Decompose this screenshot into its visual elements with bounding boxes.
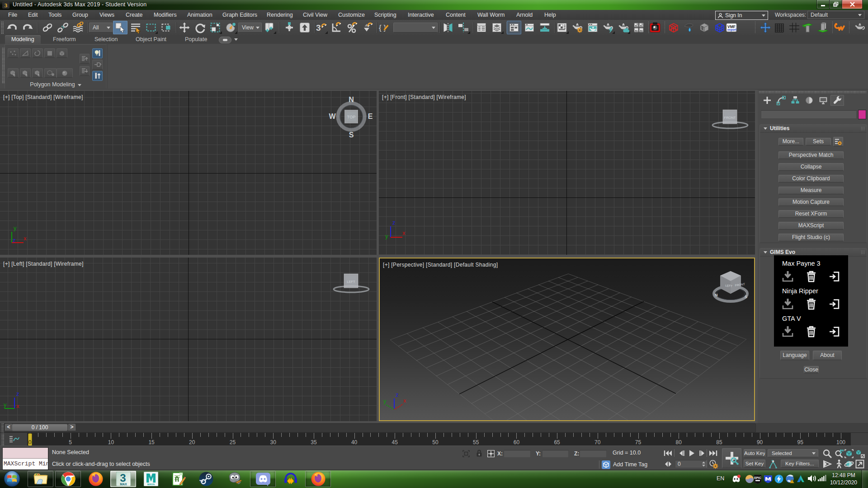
ribbon-collapse-button[interactable] [219, 37, 231, 43]
signin-box[interactable]: Sign In [715, 11, 768, 20]
select-and-move-button[interactable] [177, 21, 192, 34]
utility-flight-studio-c--button[interactable]: Flight Studio (c) [778, 234, 844, 241]
modify-mode-button-3[interactable] [32, 68, 43, 78]
state-recorder-button[interactable] [648, 21, 662, 34]
menu-file[interactable]: File [4, 10, 22, 20]
wallworm-move-button[interactable] [758, 21, 773, 34]
utility-measure-button[interactable]: Measure [778, 187, 844, 194]
wallworm-displacement-button[interactable] [697, 21, 712, 34]
tray-network[interactable] [817, 474, 826, 482]
about-button[interactable]: About [813, 351, 842, 360]
undo-button[interactable] [5, 21, 19, 34]
utility-reset-xform-button[interactable]: Reset XForm [778, 210, 844, 218]
taskbar-steam[interactable] [193, 471, 219, 487]
unlink-selection-button[interactable] [56, 21, 70, 34]
select-object-button[interactable] [113, 21, 127, 34]
utility-color-clipboard-button[interactable]: Color Clipboard [778, 175, 844, 183]
viewcube-compass[interactable]: TOPNSWE [329, 94, 374, 139]
rectangular-selection-region-button[interactable] [144, 21, 158, 34]
teapot-button[interactable] [852, 21, 867, 34]
collapse-stack-up-button[interactable] [80, 54, 90, 64]
utility-sets-config-button[interactable] [833, 137, 843, 146]
previous-frame-step-button[interactable] [676, 449, 686, 457]
taskbar-gimp[interactable] [222, 471, 247, 487]
orbit-button[interactable] [844, 459, 854, 469]
key-filters-button[interactable]: Key Filters... [781, 460, 819, 468]
tab-create[interactable] [760, 95, 774, 106]
coord-z-field[interactable] [580, 450, 607, 458]
taskbar-maya[interactable]: MAYA [138, 471, 164, 487]
language-button[interactable]: Language [780, 351, 809, 360]
next-frame-step-button[interactable] [698, 449, 708, 457]
viewcube-left[interactable]: LEFT [330, 267, 373, 294]
menu-graph-editors[interactable]: Graph Editors [218, 10, 262, 20]
curve-editor-button[interactable] [522, 21, 537, 34]
snaps-toggle-button[interactable]: 3 [314, 21, 328, 34]
redo-button[interactable] [20, 21, 35, 34]
render-in-cloud-button[interactable] [616, 21, 631, 34]
ribbon-collapse-caret-icon[interactable] [234, 38, 238, 41]
track-bar-ruler[interactable]: 5101520253035404550556065707580859095100 [27, 433, 851, 446]
key-filters-figure-button[interactable] [768, 460, 778, 469]
viewcube-perspective[interactable]: LEFTFRONTNS [712, 270, 750, 304]
ribbon-tab-modeling[interactable]: Modeling [5, 35, 41, 44]
window-crossing-button[interactable] [159, 21, 174, 34]
modify-mode-button-2[interactable] [20, 68, 31, 78]
zoom-all-button[interactable] [834, 449, 844, 459]
subobject-border-button[interactable] [32, 48, 43, 58]
close-button[interactable] [842, 0, 863, 9]
menu-help[interactable]: Help [540, 10, 561, 20]
render-setup-button[interactable] [570, 21, 585, 34]
tray-malwarebytes[interactable] [764, 474, 773, 483]
a360-gallery-button[interactable] [632, 21, 646, 34]
current-frame-spinner[interactable]: 0 [675, 460, 707, 468]
tab-hierarchy[interactable] [788, 95, 802, 106]
ribbon-tab-selection[interactable]: Selection [88, 35, 124, 44]
set-key-button[interactable]: Set Key [744, 460, 765, 468]
pin-stack-button[interactable] [92, 60, 103, 70]
rendered-frame-window-button[interactable] [585, 21, 600, 34]
color-swatch[interactable] [858, 110, 866, 119]
toggle-ribbon-button[interactable] [507, 21, 521, 34]
more-button[interactable]: More... [778, 138, 803, 145]
key-mode-toggle[interactable] [663, 460, 673, 468]
taskbar-firefox-pinned[interactable] [83, 471, 108, 487]
ribbon-tab-populate[interactable]: Populate [179, 35, 213, 44]
restore-button[interactable] [829, 0, 843, 9]
menu-content[interactable]: Content [441, 10, 470, 20]
gims-import-button[interactable] [828, 297, 841, 310]
add-time-tag-button[interactable] [602, 460, 610, 469]
vmf-export-button[interactable]: VMFexport [724, 21, 739, 34]
preview-selection-button[interactable] [57, 68, 73, 78]
viewport-top[interactable]: [+] [Top] [Standard] [Wireframe]TOPNSWEy… [0, 91, 377, 255]
tab-utilities[interactable] [830, 95, 844, 106]
select-and-place-button[interactable] [223, 21, 238, 34]
ribbon-tab-object-paint[interactable]: Object Paint [129, 35, 173, 44]
go-to-end-button[interactable] [708, 449, 718, 457]
select-and-link-button[interactable] [40, 21, 55, 34]
schematic-view-button[interactable] [538, 21, 552, 34]
align-button[interactable] [456, 21, 471, 34]
utility-perspective-match-button[interactable]: Perspective Match [778, 151, 844, 159]
maxscript-pink-row[interactable] [3, 448, 48, 459]
time-slider-handle[interactable]: 0 / 100 [12, 424, 68, 431]
keyboard-shortcut-override-button[interactable] [297, 21, 312, 34]
toggle-toolbar-button[interactable] [92, 71, 103, 81]
viewcube-front[interactable]: FRONT [709, 107, 752, 130]
menu-edit[interactable]: Edit [24, 10, 42, 20]
render-production-button[interactable] [601, 21, 615, 34]
set-keys-button[interactable] [722, 448, 741, 468]
civil-view-button[interactable] [666, 21, 681, 34]
coord-x-field[interactable] [504, 450, 531, 458]
wallworm-block-button[interactable] [816, 21, 830, 34]
tab-motion[interactable] [802, 95, 816, 106]
menu-interactive[interactable]: Interactive [403, 10, 439, 20]
percent-snap-button[interactable] [344, 21, 359, 34]
toggle-command-panel-button[interactable] [92, 48, 103, 58]
zoom-extents-button[interactable] [844, 449, 854, 459]
wallworm-prop-button[interactable] [800, 21, 815, 34]
isolate-selection-toggle[interactable] [462, 450, 470, 458]
modify-mode-button-4[interactable] [44, 68, 57, 78]
tray-discord[interactable] [731, 474, 741, 483]
tray-autodesk[interactable] [796, 474, 805, 483]
